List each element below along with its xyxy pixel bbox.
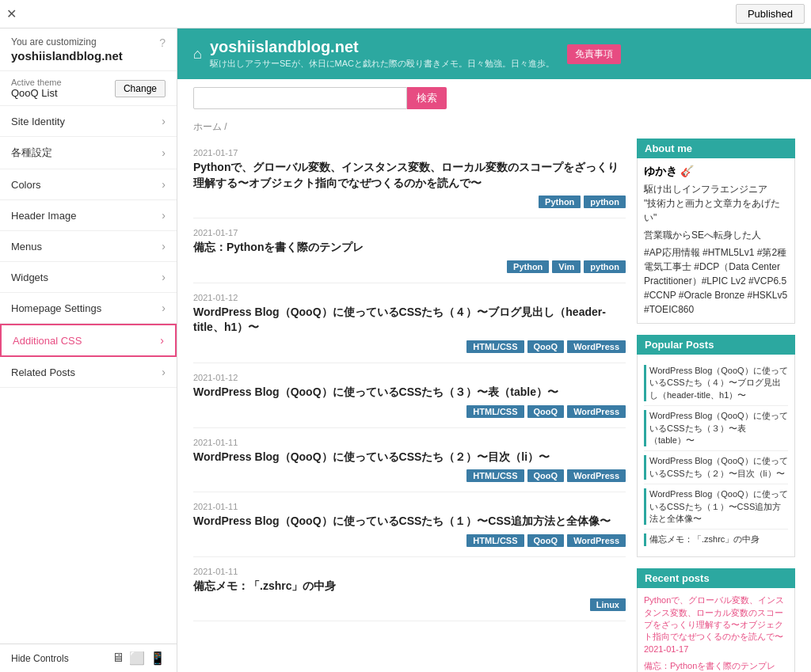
post-title[interactable]: WordPress Blog（QooQ）に使っているCSSたち（３）〜表（tab…	[193, 385, 626, 401]
sidebar-item-homepage-settings[interactable]: Homepage Settings›	[0, 293, 177, 324]
posts-list: 2021-01-17 Pythonで、グローバル変数、インスタンス変数、ローカル…	[193, 139, 626, 672]
popular-post-text[interactable]: WordPress Blog（QooQ）に使っているCSSたち（１）〜CSS追加…	[649, 488, 788, 525]
popular-post-item: WordPress Blog（QooQ）に使っているCSSたち（１）〜CSS追加…	[644, 484, 788, 530]
search-row: 検索	[177, 79, 811, 117]
breadcrumb: ホーム /	[177, 117, 811, 139]
post-item: 2021-01-12 WordPress Blog（QooQ）に使っているCSS…	[193, 363, 626, 428]
help-icon[interactable]: ?	[159, 36, 166, 49]
sidebar-item-settings[interactable]: 各種設定›	[0, 137, 177, 169]
popular-post-item: WordPress Blog（QooQ）に使っているCSSたち（２）〜目次（li…	[644, 451, 788, 484]
right-sidebar: About me ゆかき 🎸 駆け出しインフラエンジニア "技術力と画力と文章力…	[637, 139, 795, 672]
tag[interactable]: Vim	[552, 260, 581, 273]
sidebar-item-related-posts[interactable]: Related Posts›	[0, 357, 177, 388]
post-title[interactable]: 備忘：Pythonを書く際のテンプレ	[193, 240, 626, 256]
search-input[interactable]	[193, 87, 407, 109]
sidebar-item-label: Homepage Settings	[11, 302, 101, 314]
hide-controls-button[interactable]: Hide Controls	[11, 653, 69, 664]
tag[interactable]: python	[584, 260, 626, 273]
popular-post-text[interactable]: WordPress Blog（QooQ）に使っているCSSたち（４）〜ブログ見出…	[649, 365, 788, 401]
popular-post-text[interactable]: 備忘メモ：「.zshrc」の中身	[649, 533, 760, 545]
sidebar-item-label: Additional CSS	[13, 335, 82, 347]
search-input-wrap: 検索	[193, 87, 447, 109]
site-name: yoshiislandblog.net	[11, 49, 123, 63]
popular-post-item: WordPress Blog（QooQ）に使っているCSSたち（４）〜ブログ見出…	[644, 361, 788, 406]
post-tags: Linux	[193, 598, 626, 611]
popular-post-bar	[644, 365, 646, 401]
recent-post-item[interactable]: 備忘：Pythonを書く際のテンプレ 2021-01-17	[644, 660, 788, 672]
post-item: 2021-01-11 備忘メモ：「.zshrc」の中身 Linux	[193, 557, 626, 622]
post-item: 2021-01-11 WordPress Blog（QooQ）に使っているCSS…	[193, 428, 626, 493]
sidebar-item-additional-css[interactable]: Additional CSS›	[0, 324, 177, 357]
post-item: 2021-01-17 Pythonで、グローバル変数、インスタンス変数、ローカル…	[193, 139, 626, 218]
tag[interactable]: HTML/CSS	[466, 469, 524, 482]
chevron-right-icon: ›	[162, 178, 166, 191]
tag[interactable]: WordPress	[567, 469, 626, 482]
popular-posts-widget: Popular Posts WordPress Blog（QooQ）に使っている…	[637, 335, 795, 557]
blog-subtitle: 駆け出しアラサーSEが、休日にMACと戯れた際の殴り書きメモ。日々勉強。日々進歩…	[210, 58, 554, 70]
main-layout: You are customizing yoshiislandblog.net …	[0, 28, 811, 672]
tag[interactable]: WordPress	[567, 405, 626, 418]
popular-post-bar	[644, 410, 646, 446]
sidebar-header: You are customizing yoshiislandblog.net …	[0, 28, 177, 71]
about-me-career: 営業職からSEへ転身した人	[644, 228, 788, 242]
tag[interactable]: WordPress	[567, 340, 626, 353]
recent-posts-title: Recent posts	[637, 568, 795, 588]
tag[interactable]: HTML/CSS	[466, 405, 524, 418]
published-button[interactable]: Published	[736, 4, 805, 24]
post-title[interactable]: WordPress Blog（QooQ）に使っているCSSたち（４）〜ブログ見出…	[193, 305, 626, 336]
post-title[interactable]: Pythonで、グローバル変数、インスタンス変数、ローカル変数のスコープをざっく…	[193, 160, 626, 191]
tag[interactable]: Python	[507, 260, 549, 273]
change-theme-button[interactable]: Change	[115, 80, 166, 97]
post-title[interactable]: 備忘メモ：「.zshrc」の中身	[193, 579, 626, 594]
mobile-icon[interactable]: 📱	[150, 651, 166, 666]
tag[interactable]: Linux	[590, 598, 626, 611]
popular-post-item: 備忘メモ：「.zshrc」の中身	[644, 530, 788, 550]
post-tags: HTML/CSSQooQWordPress	[193, 534, 626, 547]
sidebar-item-label: 各種設定	[11, 146, 52, 160]
sidebar-item-label: Widgets	[11, 271, 48, 283]
theme-name: QooQ List	[11, 87, 62, 99]
sidebar-footer: Hide Controls 🖥 ⬜ 📱	[0, 644, 177, 672]
post-tags: Pythonpython	[193, 196, 626, 208]
desktop-icon[interactable]: 🖥	[112, 651, 124, 666]
sidebar-item-label: Site Identity	[11, 116, 65, 127]
popular-post-bar	[644, 533, 646, 546]
tag[interactable]: Python	[539, 196, 581, 208]
tag[interactable]: WordPress	[567, 534, 626, 547]
popular-post-text[interactable]: WordPress Blog（QooQ）に使っているCSSたち（３）〜表（tab…	[649, 410, 788, 446]
chevron-right-icon: ›	[162, 366, 166, 378]
popular-post-text[interactable]: WordPress Blog（QooQ）に使っているCSSたち（２）〜目次（li…	[649, 455, 788, 480]
about-me-tags: #AP応用情報 #HTML5Lv1 #第2種電気工事士 #DCP（Data Ce…	[644, 245, 788, 317]
recent-post-item[interactable]: Pythonで、グローバル変数、インスタンス変数、ローカル変数のスコープをざっく…	[644, 594, 788, 655]
sidebar-item-label: Header Image	[11, 210, 76, 222]
chevron-right-icon: ›	[160, 334, 164, 347]
tag[interactable]: HTML/CSS	[466, 534, 524, 547]
post-title[interactable]: WordPress Blog（QooQ）に使っているCSSたち（１）〜CSS追加…	[193, 514, 626, 530]
tag[interactable]: QooQ	[527, 340, 565, 353]
tag[interactable]: QooQ	[527, 405, 565, 418]
sidebar-item-site-identity[interactable]: Site Identity›	[0, 106, 177, 137]
search-button[interactable]: 検索	[407, 87, 447, 109]
post-item: 2021-01-11 WordPress Blog（QooQ）に使っているCSS…	[193, 492, 626, 557]
sidebar-item-colors[interactable]: Colors›	[0, 169, 177, 200]
sidebar-item-menus[interactable]: Menus›	[0, 231, 177, 262]
about-me-role: 駆け出しインフラエンジニア	[644, 182, 788, 196]
post-tags: PythonVimpython	[193, 260, 626, 273]
post-title[interactable]: WordPress Blog（QooQ）に使っているCSSたち（２）〜目次（li…	[193, 450, 626, 465]
about-me-widget: About me ゆかき 🎸 駆け出しインフラエンジニア "技術力と画力と文章力…	[637, 139, 795, 324]
tag[interactable]: QooQ	[527, 534, 565, 547]
post-item: 2021-01-17 備忘：Pythonを書く際のテンプレ PythonVimp…	[193, 218, 626, 283]
tag[interactable]: HTML/CSS	[466, 340, 524, 353]
active-theme-row: Active theme QooQ List Change	[0, 71, 177, 106]
notice-bar: 免責事項	[567, 44, 621, 64]
sidebar-item-label: Colors	[11, 179, 41, 191]
tag[interactable]: python	[584, 196, 626, 208]
sidebar-item-widgets[interactable]: Widgets›	[0, 262, 177, 293]
tablet-icon[interactable]: ⬜	[129, 651, 145, 666]
content-area: 2021-01-17 Pythonで、グローバル変数、インスタンス変数、ローカル…	[177, 139, 811, 672]
tag[interactable]: QooQ	[527, 469, 565, 482]
sidebar-item-header-image[interactable]: Header Image›	[0, 200, 177, 231]
popular-post-bar	[644, 455, 646, 480]
close-icon[interactable]: ✕	[6, 6, 17, 21]
post-tags: HTML/CSSQooQWordPress	[193, 340, 626, 353]
